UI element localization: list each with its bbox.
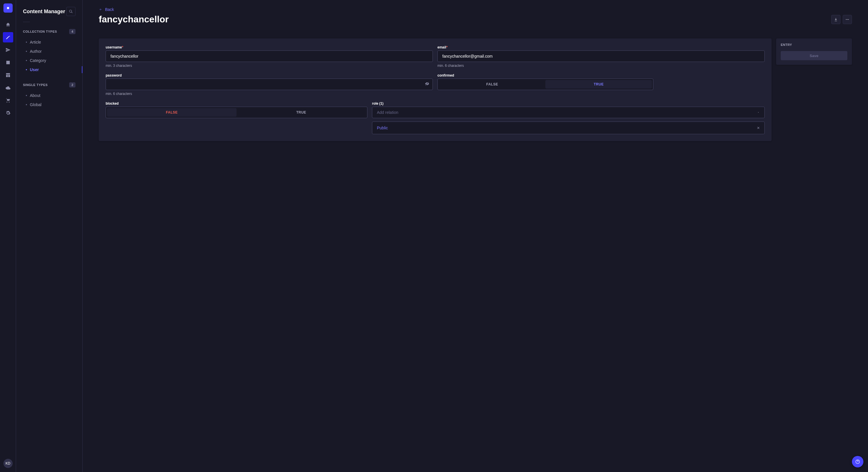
role-select[interactable]: Add relation — [372, 107, 765, 118]
sidebar-item-label: Global — [30, 102, 41, 107]
download-icon — [834, 18, 838, 22]
sidebar-item-label: Author — [30, 49, 42, 54]
blocked-false-button[interactable]: FALSE — [107, 108, 237, 117]
icon-rail: KD — [0, 0, 16, 472]
rail-cloud[interactable] — [3, 82, 13, 93]
sidebar-item-user[interactable]: User — [23, 65, 75, 74]
help-fab[interactable] — [852, 456, 863, 467]
sidebar-divider — [23, 22, 30, 22]
email-input[interactable] — [437, 50, 765, 62]
arrow-left-icon — [99, 8, 103, 11]
search-icon — [69, 9, 73, 13]
close-icon — [757, 127, 760, 129]
single-types-label: SINGLE TYPES — [23, 83, 48, 87]
help-icon — [856, 460, 860, 464]
role-relation-chip: Public — [372, 122, 765, 134]
single-types-list: About Global — [23, 91, 75, 109]
collection-types-count: 4 — [69, 29, 75, 34]
eye-off-icon — [425, 81, 429, 86]
confirmed-toggle: FALSE TRUE — [437, 78, 653, 90]
sidebar-item-about[interactable]: About — [23, 91, 75, 100]
entry-label: ENTRY — [781, 43, 847, 46]
logo-icon — [6, 6, 10, 10]
chevron-down-icon — [757, 111, 760, 113]
password-input[interactable] — [105, 78, 433, 90]
svg-point-1 — [69, 10, 72, 12]
rail-send[interactable] — [3, 45, 13, 55]
image-icon — [5, 60, 11, 65]
rail-settings[interactable] — [3, 108, 13, 118]
home-icon — [5, 22, 11, 27]
sidebar-item-article[interactable]: Article — [23, 38, 75, 47]
header-actions — [831, 15, 852, 24]
rail-nav — [0, 20, 16, 118]
blocked-toggle: FALSE TRUE — [105, 107, 367, 118]
pen-icon — [5, 35, 11, 40]
svg-point-3 — [846, 19, 846, 20]
rail-home[interactable] — [3, 20, 13, 30]
sidebar-item-author[interactable]: Author — [23, 47, 75, 56]
more-button[interactable] — [843, 15, 852, 24]
role-placeholder: Add relation — [377, 110, 398, 115]
role-relation-remove[interactable] — [757, 125, 760, 131]
confirmed-false-button[interactable]: FALSE — [439, 80, 546, 89]
blocked-true-button[interactable]: TRUE — [237, 108, 366, 117]
username-hint: min. 3 characters — [105, 64, 433, 68]
username-label: username* — [105, 45, 433, 49]
entry-card: ENTRY Save — [776, 38, 852, 65]
email-field: email* min. 6 characters — [437, 45, 765, 68]
back-link[interactable]: Back — [99, 7, 114, 12]
app-logo[interactable] — [3, 3, 12, 12]
rail-builder[interactable] — [3, 70, 13, 80]
svg-rect-0 — [7, 7, 9, 9]
password-label: password — [105, 73, 433, 77]
form-card: username* min. 3 characters email* min. … — [99, 38, 772, 141]
sidebar-item-label: About — [30, 93, 40, 98]
blocked-field: blocked FALSE TRUE — [105, 102, 367, 134]
role-relation-name[interactable]: Public — [377, 126, 388, 130]
confirmed-field: confirmed FALSE TRUE — [437, 73, 653, 96]
layout-icon — [5, 72, 11, 78]
single-types-count: 2 — [69, 82, 75, 88]
cart-icon — [5, 98, 11, 103]
rail-media[interactable] — [3, 57, 13, 68]
confirmed-true-button[interactable]: TRUE — [546, 80, 652, 89]
download-button[interactable] — [831, 15, 840, 24]
sidebar-item-label: Category — [30, 58, 46, 63]
svg-point-5 — [848, 19, 849, 20]
svg-point-4 — [847, 19, 848, 20]
cloud-icon — [5, 85, 11, 90]
confirmed-label: confirmed — [437, 73, 653, 77]
gear-icon — [5, 110, 11, 115]
email-label: email* — [437, 45, 765, 49]
sidebar-item-global[interactable]: Global — [23, 100, 75, 109]
more-icon — [845, 18, 849, 22]
toggle-password-visibility[interactable] — [425, 81, 429, 87]
sidebar: Content Manager COLLECTION TYPES 4 Artic… — [16, 0, 83, 472]
username-input[interactable] — [105, 50, 433, 62]
collection-types-label: COLLECTION TYPES — [23, 30, 57, 33]
email-hint: min. 6 characters — [437, 64, 765, 68]
sidebar-item-category[interactable]: Category — [23, 56, 75, 65]
main-content: Back fancychancellor username* min. 3 ch… — [83, 0, 868, 472]
role-label: role (1) — [372, 102, 765, 105]
role-field: role (1) Add relation Public — [372, 102, 765, 134]
sidebar-item-label: User — [30, 67, 39, 72]
user-avatar[interactable]: KD — [3, 459, 12, 468]
svg-line-2 — [71, 12, 73, 13]
page-title: fancychancellor — [99, 14, 169, 25]
sidebar-item-label: Article — [30, 40, 41, 44]
paper-plane-icon — [5, 47, 11, 53]
back-label: Back — [105, 7, 114, 12]
password-field: password min. 6 characters — [105, 73, 433, 96]
save-button[interactable]: Save — [781, 51, 847, 60]
rail-content[interactable] — [3, 32, 13, 42]
rail-marketplace[interactable] — [3, 95, 13, 105]
search-button[interactable] — [66, 7, 75, 16]
collection-types-list: Article Author Category User — [23, 38, 75, 74]
username-field: username* min. 3 characters — [105, 45, 433, 68]
password-hint: min. 6 characters — [105, 92, 433, 96]
sidebar-title: Content Manager — [23, 9, 65, 14]
blocked-label: blocked — [105, 102, 367, 105]
